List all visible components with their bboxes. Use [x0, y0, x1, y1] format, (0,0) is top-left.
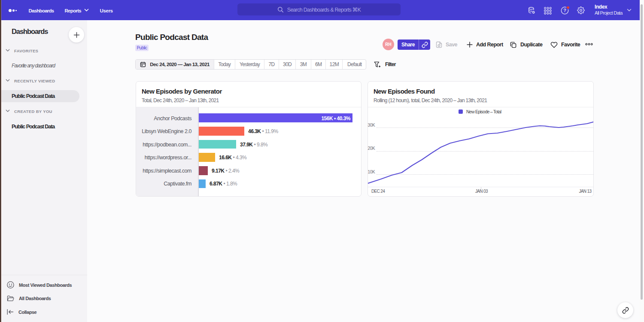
- svg-text:?: ?: [564, 8, 567, 13]
